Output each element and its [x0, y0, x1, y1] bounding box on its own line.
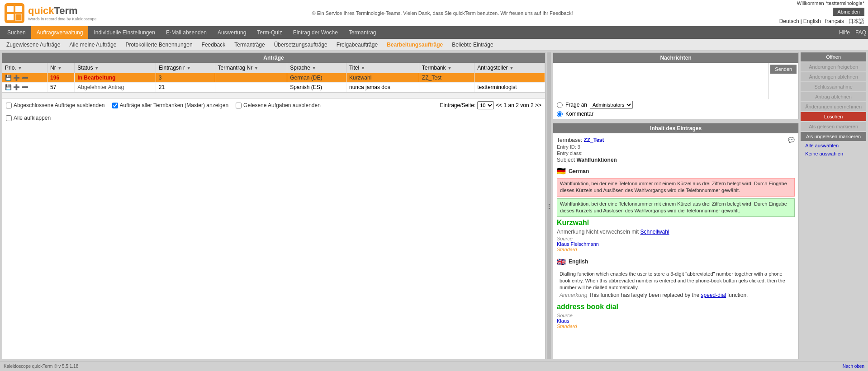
- frage-an-select[interactable]: Administrators: [590, 101, 633, 109]
- subject-value: Wahlfunktionen: [576, 157, 617, 163]
- antraege-table: Prio. ▼ Nr ▼ Status ▼ Eintragsn r ▼ Term…: [2, 63, 545, 92]
- table-row[interactable]: 💾 ➕ ➖ 196 In Bearbeitung 3 German (DE) K…: [2, 73, 545, 83]
- nav-eintrag-der-woche[interactable]: Eintrag der Woche: [288, 26, 343, 39]
- col-titel[interactable]: Titel ▼: [346, 63, 419, 73]
- subject-line: Subject Wahlfunktionen: [557, 157, 795, 163]
- col-termantrag-nr[interactable]: Termantrag Nr ▼: [215, 63, 287, 73]
- subnav-protokollierte[interactable]: Protokollierte Benennungen: [121, 39, 197, 51]
- termbase-line: Termbase: ZZ_Test 💬: [557, 137, 795, 143]
- nav-individuelle-einstellungen[interactable]: Individuelle Einstellungen: [88, 26, 160, 39]
- checkbox-gelesene[interactable]: Gelesene Aufgaben ausblenden: [236, 102, 321, 108]
- nav-suchen[interactable]: Suchen: [2, 26, 31, 39]
- svg-rect-3: [7, 14, 14, 20]
- subnav-uebersetzungsauftraege[interactable]: Übersetzungsaufträge: [270, 39, 332, 51]
- minus-icon[interactable]: ➖: [22, 84, 28, 90]
- english-lang-label: English: [569, 258, 588, 265]
- loeschen-button[interactable]: Löschen: [801, 112, 866, 121]
- help-link[interactable]: Hilfe: [839, 29, 850, 36]
- german-note-link[interactable]: Schnellwahl: [640, 229, 669, 235]
- radio-kommentar[interactable]: Kommentar: [557, 111, 795, 117]
- subnav-feedback[interactable]: Feedback: [197, 39, 230, 51]
- nav-auftragsverwaltung[interactable]: Auftragsverwaltung: [31, 26, 89, 39]
- comment-icon[interactable]: 💬: [788, 137, 795, 143]
- save-icon[interactable]: 💾: [5, 84, 12, 90]
- abgeschlossene-checkbox[interactable]: [6, 103, 12, 108]
- help-faq-area: Hilfe FAQ: [839, 29, 866, 36]
- als-ungelesen-markieren-button[interactable]: Als ungelesen markieren: [801, 132, 866, 141]
- cell-sprache: German (DE): [287, 73, 346, 83]
- abmelden-button[interactable]: Abmelden: [833, 8, 864, 16]
- nav-term-quiz[interactable]: Term-Quiz: [251, 26, 287, 39]
- lang-deutsch[interactable]: Deutsch: [779, 18, 799, 24]
- keine-auswaehlen-link[interactable]: Keine auswählen: [801, 150, 866, 157]
- checkbox-abgeschlossene[interactable]: Abgeschlossene Aufträge ausblenden: [6, 102, 105, 108]
- add-icon[interactable]: ➕: [13, 75, 20, 81]
- checkbox-alle-termbanken[interactable]: Aufträge aller Termbanken (Master) anzei…: [112, 102, 229, 108]
- sub-nav: Zugewiesene Aufträge Alle meine Aufträge…: [0, 39, 868, 51]
- pagination-select[interactable]: 10 25 50: [477, 101, 494, 109]
- panel-splitter[interactable]: ⋮: [547, 52, 551, 359]
- senden-button[interactable]: Senden: [770, 65, 797, 74]
- subnav-freigabeauftraege[interactable]: Freigabeaufträge: [332, 39, 382, 51]
- english-note-link[interactable]: speed-dial: [701, 292, 726, 298]
- nach-oben-link[interactable]: Nach oben: [843, 364, 864, 369]
- german-lang-label: German: [569, 168, 589, 174]
- table-row[interactable]: 💾 ➕ ➖ 57 Abgelehnter Antrag 21 Spanish (…: [2, 83, 545, 92]
- pagination-area: Einträge/Seite: 10 25 50 << 1 an 2 von 2…: [440, 101, 541, 109]
- nav-termantrag[interactable]: Termantrag: [343, 26, 382, 39]
- col-prio[interactable]: Prio. ▼: [2, 63, 47, 73]
- logo-term-text: Term: [54, 5, 77, 16]
- col-eintragnr[interactable]: Eintragsn r ▼: [156, 63, 215, 73]
- subnav-beliebte[interactable]: Beliebte Einträge: [447, 39, 498, 51]
- kommentar-label: Kommentar: [565, 111, 593, 117]
- alle-termbanken-checkbox[interactable]: [112, 103, 118, 108]
- save-icon[interactable]: 💾: [5, 75, 12, 81]
- aenderungen-freigeben-button: Änderungen freigeben: [801, 62, 866, 71]
- col-antragsteller[interactable]: Antragsteller ▼: [474, 63, 545, 73]
- subnav-zugewiesene[interactable]: Zugewiesene Aufträge: [2, 39, 65, 51]
- lang-japanese[interactable]: 日本語: [848, 18, 864, 24]
- language-links[interactable]: Deutsch | English | français | 日本語: [779, 18, 864, 25]
- right-panels: Nachrichten Senden Frage an Administrato…: [553, 52, 799, 359]
- col-termbank[interactable]: Termbank ▼: [419, 63, 474, 73]
- alle-auswaehlen-link[interactable]: Alle auswählen: [801, 142, 866, 149]
- subnav-alle-meine[interactable]: Alle meine Aufträge: [65, 39, 121, 51]
- german-standard: Standard: [557, 247, 795, 252]
- nav-email-absenden[interactable]: E-Mail absenden: [161, 26, 212, 39]
- gelesene-checkbox[interactable]: [236, 103, 242, 108]
- english-def: Dialling function which enables the user…: [557, 269, 795, 301]
- faq-link[interactable]: FAQ: [855, 29, 866, 36]
- col-sprache[interactable]: Sprache ▼: [287, 63, 346, 73]
- minus-icon[interactable]: ➖: [22, 75, 28, 81]
- lang-francais[interactable]: français: [825, 18, 844, 24]
- lang-english[interactable]: English: [803, 18, 821, 24]
- german-header: 🇩🇪 German: [557, 167, 795, 175]
- english-term: address book dial: [557, 303, 795, 311]
- horizontal-scrollbar[interactable]: [2, 92, 545, 99]
- radio-frage-an[interactable]: Frage an Administrators: [557, 101, 795, 109]
- english-section: 🇬🇧 English Dialling function which enabl…: [557, 258, 795, 329]
- oeffnen-button[interactable]: Öffnen: [801, 52, 866, 61]
- german-source-label: Source: [557, 236, 795, 241]
- subnav-termatraege[interactable]: Termanträge: [230, 39, 269, 51]
- subnav-bearbeitungsauftraege[interactable]: Bearbeitungsaufträge: [382, 39, 447, 51]
- antraege-header: Anträge: [2, 53, 545, 63]
- english-note-suffix: function.: [727, 292, 748, 298]
- messages-textarea[interactable]: [553, 63, 768, 99]
- alle-aufklappen-checkbox[interactable]: [6, 115, 12, 121]
- cell-sprache: Spanish (ES): [287, 83, 346, 92]
- entry-header: Inhalt des Eintrages: [553, 123, 798, 133]
- frage-an-radio[interactable]: [557, 102, 563, 108]
- col-nr[interactable]: Nr ▼: [47, 63, 75, 73]
- aenderungen-ablehnen-button: Änderungen ablehnen: [801, 72, 866, 81]
- messages-body: Senden: [553, 63, 798, 99]
- logo-icon: [4, 2, 25, 24]
- de-flag: 🇩🇪: [557, 167, 566, 175]
- pagination-info: << 1 an 2 von 2 >>: [496, 102, 541, 108]
- kommentar-radio[interactable]: [557, 111, 563, 117]
- german-source-value: Klaus Fleischmann: [557, 241, 795, 247]
- col-status[interactable]: Status ▼: [75, 63, 156, 73]
- english-source-label: Source: [557, 313, 795, 318]
- nav-auswertung[interactable]: Auswertung: [212, 26, 251, 39]
- add-icon[interactable]: ➕: [13, 84, 20, 90]
